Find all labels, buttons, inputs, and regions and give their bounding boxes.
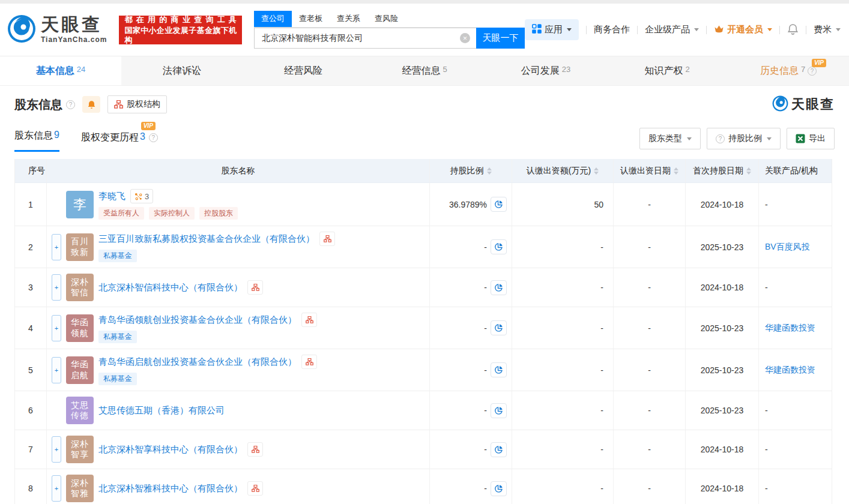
equity-structure-icon-button[interactable]: [247, 442, 263, 457]
related-product: -: [759, 391, 832, 430]
expand-button[interactable]: [52, 357, 61, 383]
pie-chart-button[interactable]: [491, 442, 507, 457]
divider: [806, 26, 806, 34]
subscribe-bell-button[interactable]: [82, 96, 100, 113]
apps-menu[interactable]: 应用: [525, 19, 579, 40]
table-row: 3 深朴智信 北京深朴智信科技中心（有限合伙） - - - 2024-10-18…: [15, 268, 832, 307]
pie-chart-icon: [494, 242, 503, 251]
pay-date: -: [614, 349, 686, 391]
amount-value: -: [512, 469, 614, 504]
vip-badge: VIP: [812, 59, 826, 67]
tab-basic-info[interactable]: 基本信息24: [0, 56, 121, 85]
equity-structure-icon-button[interactable]: [301, 313, 317, 327]
notification-bell[interactable]: [787, 23, 799, 37]
equity-structure-icon-button[interactable]: [247, 481, 263, 496]
equity-structure-icon-button[interactable]: [301, 355, 317, 369]
first-date: 2024-10-18: [686, 183, 759, 226]
shareholder-name-link[interactable]: 北京深朴智信科技中心（有限合伙）: [98, 282, 243, 293]
related-product-link[interactable]: 华建函数投资: [765, 323, 815, 334]
tab-intellectual-property[interactable]: 知识产权2: [606, 56, 728, 85]
equity-structure-icon-button[interactable]: [319, 232, 335, 246]
section-header: 股东信息 股权结构 天眼查: [14, 94, 835, 115]
tab-history-info[interactable]: VIP 历史信息7: [728, 56, 849, 85]
shareholder-name-link[interactable]: 青岛华函领航创业投资基金合伙企业（有限合伙）: [98, 314, 297, 326]
shareholder-name-link[interactable]: 北京深朴智雅科技中心（有限合伙）: [98, 483, 243, 494]
search-tab-boss[interactable]: 查老板: [292, 11, 330, 27]
related-product: -: [759, 268, 832, 307]
relation-count-badge[interactable]: 3: [130, 189, 153, 203]
table-row: 1 李 李晓飞 3 受益所有人: [15, 183, 832, 226]
col-amount[interactable]: 认缴出资额(万元): [512, 159, 614, 182]
help-icon: [716, 134, 725, 143]
tianyancha-logo-icon: [772, 95, 788, 114]
pie-chart-button[interactable]: [491, 320, 507, 335]
search-input[interactable]: [254, 28, 476, 49]
tianyancha-logo-icon: [7, 14, 36, 46]
nav-cooperation[interactable]: 商务合作: [594, 24, 630, 35]
col-no: 序号: [15, 159, 47, 182]
pie-chart-button[interactable]: [491, 280, 507, 295]
pie-chart-button[interactable]: [491, 197, 507, 212]
related-product-link[interactable]: BV百度风投: [765, 242, 810, 253]
promo-banner: 都在用的商业查询工具 国家中小企业发展子基金旗下机构: [119, 16, 242, 44]
pie-chart-button[interactable]: [491, 403, 507, 418]
avatar: 深朴智信: [66, 274, 94, 301]
search-row: 天眼一下: [254, 28, 525, 49]
ratio-filter[interactable]: 持股比例: [707, 128, 781, 149]
page: 天眼查 TianYanCha.com 都在用的商业查询工具 国家中小企业发展子基…: [0, 0, 849, 504]
expand-button[interactable]: [52, 315, 61, 341]
shareholder-table: 序号 股东名称 持股比例 认缴出资额(万元) 认缴出资日期 首次持股日期 关联产…: [14, 159, 832, 504]
related-product-link[interactable]: 华建函数投资: [765, 365, 815, 376]
search-button[interactable]: 天眼一下: [476, 28, 525, 49]
search-tab-company[interactable]: 查公司: [254, 11, 292, 27]
tab-company-development[interactable]: 公司发展23: [485, 56, 606, 85]
main-content: 股东信息 股权结构 天眼查 股东信息9 VIP 股权变更历程3: [0, 94, 849, 504]
col-first-date[interactable]: 首次持股日期: [686, 159, 759, 182]
col-ratio[interactable]: 持股比例: [430, 159, 512, 182]
search-tab-risk[interactable]: 查风险: [367, 11, 405, 27]
tag: 私募基金: [98, 250, 137, 262]
shareholder-name-link[interactable]: 青岛华函启航创业投资基金合伙企业（有限合伙）: [98, 356, 297, 368]
tab-legal[interactable]: 法律诉讼: [121, 56, 243, 85]
nav-open-vip[interactable]: 开通会员: [714, 24, 772, 35]
clear-search-icon[interactable]: [460, 33, 470, 43]
expand-button[interactable]: [52, 475, 61, 502]
expand-button[interactable]: [52, 436, 61, 463]
col-pay-date[interactable]: 认缴出资日期: [614, 159, 686, 182]
bell-icon: [87, 100, 96, 109]
excel-icon: [796, 134, 805, 143]
shareholder-type-filter[interactable]: 股东类型: [639, 128, 701, 149]
expand-button[interactable]: [52, 234, 61, 260]
search-tab-relation[interactable]: 查关系: [330, 11, 367, 27]
help-icon[interactable]: [149, 133, 158, 142]
pie-chart-button[interactable]: [491, 481, 507, 496]
nav-enterprise[interactable]: 企业级产品: [645, 24, 699, 35]
pay-date: -: [614, 307, 686, 349]
help-icon[interactable]: [808, 67, 817, 76]
org-chart-icon: [114, 100, 123, 109]
equity-structure-button[interactable]: 股权结构: [107, 95, 167, 113]
tab-operation-risk[interactable]: 经营风险: [243, 56, 364, 85]
sort-icon: [487, 167, 492, 175]
ratio-value: -: [484, 406, 487, 415]
pie-chart-button[interactable]: [491, 362, 507, 377]
site-logo[interactable]: 天眼查 TianYanCha.com: [7, 14, 107, 46]
watermark-logo: 天眼查: [772, 95, 835, 114]
export-button[interactable]: 导出: [787, 128, 835, 149]
avatar: 深朴智享: [66, 436, 94, 463]
divider: [586, 26, 587, 34]
top-nav: 应用 商务合作 企业级产品 开通会员: [525, 19, 841, 40]
tab-operation-info[interactable]: 经营信息5: [364, 56, 485, 85]
shareholder-name-link[interactable]: 三亚百川致新私募股权投资基金合伙企业（有限合伙）: [98, 233, 315, 245]
user-menu[interactable]: 费米: [814, 24, 841, 35]
shareholder-name-link[interactable]: 艾思传德五期（香港）有限公司: [98, 405, 225, 416]
pie-chart-button[interactable]: [491, 239, 507, 254]
first-date: 2025-10-23: [686, 391, 759, 430]
subtab-shareholder-info[interactable]: 股东信息9: [14, 130, 59, 152]
shareholder-name-link[interactable]: 李晓飞: [98, 191, 125, 202]
equity-structure-icon-button[interactable]: [247, 280, 263, 295]
help-icon[interactable]: [66, 100, 75, 109]
subtab-equity-change-history[interactable]: VIP 股权变更历程3: [81, 131, 158, 152]
expand-button[interactable]: [52, 274, 61, 301]
shareholder-name-link[interactable]: 北京深朴智享科技中心（有限合伙）: [98, 444, 243, 455]
